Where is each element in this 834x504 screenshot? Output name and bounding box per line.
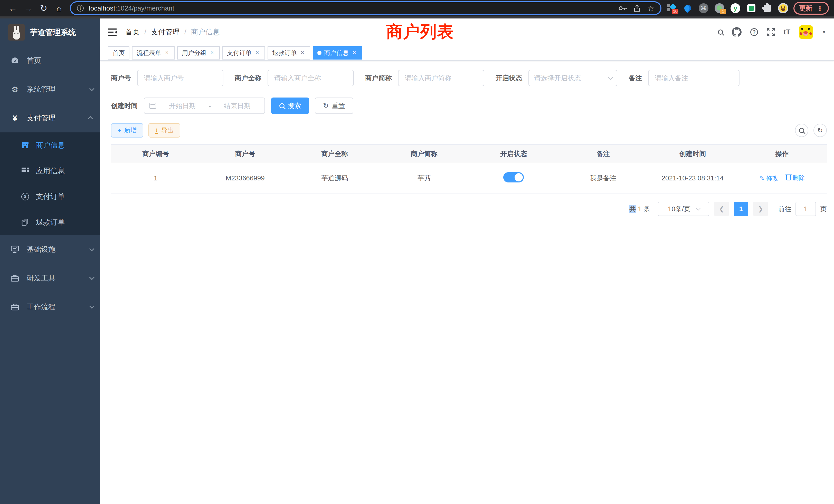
prev-page-button[interactable]: ❮ [714, 202, 729, 216]
sidebar-item-home[interactable]: 首页 [0, 46, 100, 75]
export-button[interactable]: ↓ 导出 [148, 123, 180, 138]
add-button[interactable]: + 新增 [111, 123, 143, 138]
grid-icon [21, 167, 30, 174]
caret-down-icon[interactable]: ▼ [822, 29, 826, 35]
browser-menu-icon[interactable]: ⋮ [816, 4, 823, 12]
browser-forward-icon[interactable]: → [21, 3, 36, 13]
monitor-icon [10, 246, 20, 253]
sidebar-item-payment[interactable]: ¥ 支付管理 [0, 104, 100, 132]
plus-icon: + [117, 127, 121, 134]
status-select[interactable]: 请选择开启状态 [528, 70, 617, 86]
annotation-merchant-list: 商户列表 [386, 21, 454, 43]
delete-link[interactable]: 删除 [786, 174, 805, 182]
cell-status [469, 163, 558, 193]
toolbox-icon [10, 275, 20, 282]
close-icon[interactable]: × [254, 50, 260, 56]
tags-view-bar: 首页 流程表单× 用户分组× 支付订单× 退款订单× 商户信息× [100, 46, 834, 61]
chrome-bottom-strip [0, 17, 834, 19]
merchant-no-input[interactable] [137, 70, 223, 86]
breadcrumb-payment[interactable]: 支付管理 [151, 27, 180, 37]
end-date-placeholder: 结束日期 [215, 101, 259, 110]
sidebar: 芋道管理系统 首页 ⚙ 系统管理 ¥ 支付管理 商户信息 [0, 19, 100, 504]
edit-link[interactable]: ✎修改 [759, 174, 778, 182]
rabbit-logo-image [8, 24, 25, 41]
share-icon[interactable] [634, 5, 640, 12]
fullscreen-icon[interactable] [767, 28, 775, 36]
create-time-range-picker[interactable]: 开始日期 - 结束日期 [144, 97, 265, 114]
extension-green-icon[interactable] [746, 3, 756, 13]
extension-y-icon[interactable]: y [730, 3, 741, 13]
bookmark-star-icon[interactable]: ☆ [647, 4, 654, 13]
remark-input[interactable] [648, 70, 740, 86]
sidebar-item-infrastructure[interactable]: 基础设施 [0, 235, 100, 264]
search-icon[interactable] [718, 29, 723, 35]
pagination: 共 1 条 10条/页 ❮ 1 ❯ 前往 页 [111, 202, 827, 216]
close-icon[interactable]: × [300, 50, 306, 56]
search-button[interactable]: 搜索 [271, 97, 309, 114]
extensions-puzzle-icon[interactable] [762, 3, 772, 13]
cell-name: 芋道源码 [290, 163, 379, 193]
sidebar-collapse-icon[interactable] [108, 28, 117, 36]
download-icon: ↓ [155, 127, 158, 134]
merchant-no-label: 商户号 [111, 74, 131, 83]
col-header-name: 商户全称 [290, 144, 379, 163]
short-name-input[interactable] [398, 70, 484, 86]
sidebar-item-workflow[interactable]: 工作流程 [0, 293, 100, 321]
chevron-down-icon [89, 246, 94, 251]
font-size-icon[interactable]: tT [784, 28, 790, 36]
help-icon[interactable]: ? [750, 28, 758, 36]
close-icon[interactable]: × [351, 50, 357, 56]
tab-pay-order[interactable]: 支付订单× [222, 46, 265, 60]
sidebar-item-pay-order[interactable]: ¥ 支付订单 [0, 184, 100, 209]
next-page-button[interactable]: ❯ [753, 202, 768, 216]
browser-reload-icon[interactable]: ↻ [36, 3, 51, 13]
browser-profile-avatar[interactable] [778, 3, 788, 13]
table-row: 1 M233666999 芋道源码 芋艿 我是备注 2021-10-23 08:… [111, 163, 827, 193]
col-header-status: 开启状态 [469, 144, 558, 163]
sidebar-item-dev-tools[interactable]: 研发工具 [0, 264, 100, 293]
extension-pin-icon[interactable] [682, 3, 693, 13]
close-icon[interactable]: × [209, 50, 215, 56]
github-icon[interactable] [732, 27, 742, 37]
browser-back-icon[interactable]: ← [5, 3, 21, 13]
tab-user-group[interactable]: 用户分组× [177, 46, 220, 60]
close-icon[interactable]: × [164, 50, 170, 56]
browser-home-icon[interactable]: ⌂ [51, 3, 67, 13]
merchant-name-input[interactable] [267, 70, 354, 86]
gear-icon: ⚙ [10, 85, 20, 94]
breadcrumb-home[interactable]: 首页 [125, 27, 140, 37]
tab-refund-order[interactable]: 退款订单× [267, 46, 310, 60]
chevron-down-icon [696, 206, 701, 211]
workflow-icon [10, 303, 20, 311]
extension-tasks-icon[interactable]: 10 [666, 3, 677, 13]
search-icon [279, 103, 285, 108]
app-title: 芋道管理系统 [30, 27, 76, 38]
sidebar-item-merchant-info[interactable]: 商户信息 [0, 132, 100, 158]
goto-page-input[interactable] [795, 202, 816, 216]
goto-label: 前往 [778, 205, 791, 213]
status-toggle[interactable] [503, 172, 524, 182]
extension-recorder-icon[interactable]: 1 [714, 3, 725, 13]
page-size-select[interactable]: 10条/页 [658, 202, 709, 216]
app-logo[interactable]: 芋道管理系统 [0, 19, 100, 46]
extension-command-icon[interactable]: ⌘ [698, 3, 709, 13]
tab-home[interactable]: 首页 [108, 46, 129, 60]
pencil-icon: ✎ [759, 175, 764, 182]
site-info-icon[interactable]: i [77, 5, 84, 12]
toggle-search-button[interactable] [795, 124, 808, 137]
sidebar-item-refund-order[interactable]: 退款订单 [0, 209, 100, 235]
refresh-button[interactable]: ↻ [813, 124, 827, 137]
user-avatar[interactable] [799, 25, 813, 39]
tab-process-form[interactable]: 流程表单× [132, 46, 175, 60]
reset-button[interactable]: ↻ 重置 [315, 97, 353, 114]
sidebar-item-app-info[interactable]: 应用信息 [0, 158, 100, 184]
page-number-1[interactable]: 1 [734, 202, 748, 216]
create-time-label: 创建时间 [111, 101, 138, 110]
sidebar-item-system[interactable]: ⚙ 系统管理 [0, 75, 100, 104]
browser-update-button[interactable]: 更新 ⋮ [793, 2, 829, 15]
address-bar[interactable]: i localhost:1024/pay/merchant ☆ [70, 1, 661, 15]
tab-merchant-info[interactable]: 商户信息× [313, 46, 362, 60]
short-name-label: 商户简称 [365, 74, 392, 83]
password-key-icon[interactable] [619, 6, 627, 11]
yen-circle-icon: ¥ [21, 193, 30, 201]
